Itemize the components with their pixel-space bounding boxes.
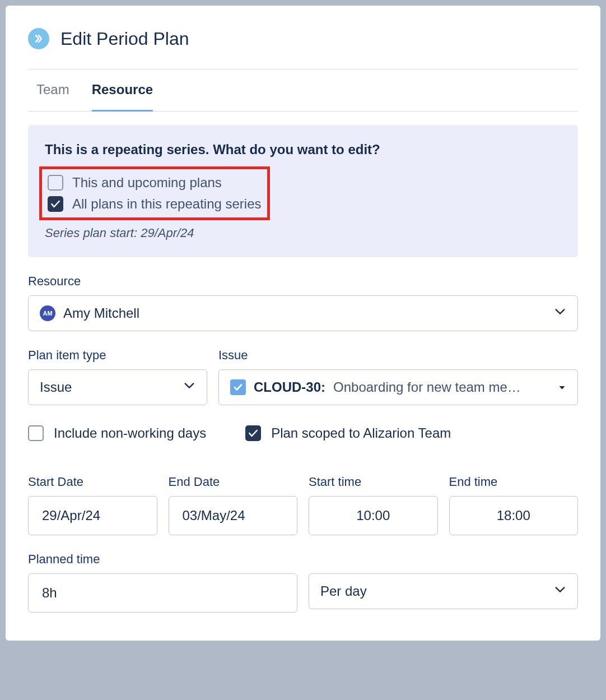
planned-time-value: 8h — [42, 585, 57, 600]
issue-key: CLOUD-30: — [254, 379, 325, 395]
start-time-input[interactable]: 10:00 — [309, 496, 438, 535]
svg-marker-0 — [560, 386, 565, 390]
avatar: AM — [40, 305, 55, 321]
tab-resource[interactable]: Resource — [92, 69, 153, 112]
planned-unit-value: Per day — [320, 583, 367, 599]
modal-header: Edit Period Plan — [28, 28, 578, 49]
option-all-label: All plans in this repeating series — [72, 196, 262, 212]
collapse-icon[interactable] — [28, 28, 49, 49]
end-date-value: 03/May/24 — [183, 508, 245, 523]
end-date-input[interactable]: 03/May/24 — [169, 496, 298, 535]
chevron-down-icon — [554, 305, 566, 321]
tab-team[interactable]: Team — [36, 69, 69, 112]
resource-section: Resource AM Amy Mitchell — [28, 274, 578, 331]
include-non-working-option[interactable]: Include non-working days — [28, 425, 206, 441]
end-date-field: End Date 03/May/24 — [169, 475, 298, 535]
checkbox-unchecked-icon[interactable] — [28, 425, 44, 441]
issue-title: Onboarding for new team me… — [333, 379, 521, 395]
option-upcoming-label: This and upcoming plans — [72, 175, 222, 191]
start-time-label: Start time — [309, 475, 438, 489]
end-date-label: End Date — [169, 475, 298, 489]
series-info-panel: This is a repeating series. What do you … — [28, 125, 578, 257]
plan-item-type-section: Plan item type Issue — [28, 348, 207, 405]
start-time-value: 10:00 — [356, 508, 390, 523]
checkbox-checked-icon[interactable] — [245, 425, 261, 441]
start-date-value: 29/Apr/24 — [42, 508, 100, 523]
end-time-label: End time — [449, 475, 579, 489]
issue-section: Issue CLOUD-30: Onboarding for new team … — [218, 348, 578, 405]
end-time-input[interactable]: 18:00 — [449, 496, 579, 535]
edit-period-plan-modal: Edit Period Plan Team Resource This is a… — [6, 6, 600, 641]
include-non-working-label: Include non-working days — [54, 425, 206, 441]
start-date-label: Start Date — [28, 475, 157, 489]
planned-unit-select[interactable]: Per day — [309, 573, 578, 609]
caret-down-icon — [558, 379, 566, 395]
series-start-note: Series plan start: 29/Apr/24 — [45, 226, 561, 240]
start-date-input[interactable]: 29/Apr/24 — [28, 496, 157, 535]
checkbox-checked-icon[interactable] — [48, 196, 63, 212]
issue-label: Issue — [218, 348, 578, 363]
option-all-plans[interactable]: All plans in this repeating series — [42, 193, 262, 215]
issue-select[interactable]: CLOUD-30: Onboarding for new team me… — [218, 369, 578, 405]
plan-item-row: Plan item type Issue Issue — [28, 348, 578, 405]
plan-item-type-label: Plan item type — [28, 348, 207, 363]
modal-title: Edit Period Plan — [60, 29, 189, 49]
end-time-field: End time 18:00 — [449, 475, 579, 535]
planned-time-input[interactable]: 8h — [28, 573, 297, 613]
series-heading: This is a repeating series. What do you … — [45, 142, 561, 157]
plan-item-type-value: Issue — [40, 379, 72, 395]
chevron-down-icon — [183, 379, 195, 395]
start-time-field: Start time 10:00 — [309, 475, 438, 535]
resource-select[interactable]: AM Amy Mitchell — [28, 295, 578, 331]
start-date-field: Start Date 29/Apr/24 — [28, 475, 157, 535]
end-time-value: 18:00 — [497, 508, 530, 523]
checkbox-unchecked-icon[interactable] — [48, 175, 63, 191]
resource-label: Resource — [28, 274, 578, 289]
option-this-and-upcoming[interactable]: This and upcoming plans — [42, 172, 262, 193]
plan-item-type-select[interactable]: Issue — [28, 369, 207, 405]
options-row: Include non-working days Plan scoped to … — [28, 425, 578, 441]
task-type-icon — [230, 379, 246, 395]
date-time-row: Start Date 29/Apr/24 End Date 03/May/24 … — [28, 475, 578, 535]
tabs: Team Resource — [28, 69, 578, 112]
resource-value: Amy Mitchell — [63, 305, 139, 321]
chevron-down-icon — [554, 583, 566, 599]
planned-time-label: Planned time — [28, 552, 578, 567]
planned-time-section: Planned time 8h Per day — [28, 552, 578, 613]
series-options-highlight: This and upcoming plans All plans in thi… — [39, 166, 270, 220]
plan-scoped-label: Plan scoped to Alizarion Team — [271, 425, 451, 441]
plan-scoped-option[interactable]: Plan scoped to Alizarion Team — [245, 425, 451, 441]
